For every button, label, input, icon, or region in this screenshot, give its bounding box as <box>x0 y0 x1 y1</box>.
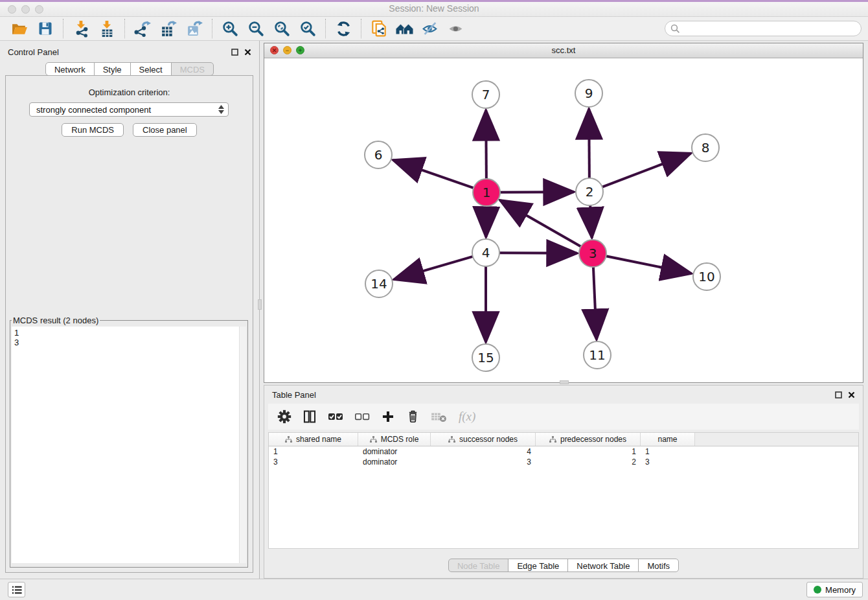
column-header-successor-nodes[interactable]: successor nodes <box>431 433 536 446</box>
table-cell[interactable]: dominator <box>358 457 431 467</box>
table-cell[interactable]: dominator <box>358 447 431 456</box>
network-minimize-icon[interactable]: − <box>283 46 291 54</box>
save-session-button[interactable] <box>32 18 58 39</box>
graph-edge-3-11[interactable] <box>593 267 597 340</box>
close-window-icon[interactable] <box>8 5 16 14</box>
graph-node-14[interactable]: 14 <box>365 270 393 297</box>
table-cell[interactable]: 1 <box>269 447 358 456</box>
table-cell[interactable]: 3 <box>641 457 695 467</box>
graph-node-8[interactable]: 8 <box>692 134 719 161</box>
network-window-titlebar[interactable]: ✕ − + scc.txt <box>264 43 863 58</box>
graph-edge-2-9[interactable] <box>589 109 589 178</box>
search-input[interactable] <box>665 21 862 36</box>
memory-button[interactable]: Memory <box>806 582 863 597</box>
close-table-panel-icon[interactable] <box>848 391 855 398</box>
column-header-predecessor-nodes[interactable]: predecessor nodes <box>536 433 641 446</box>
table-cell[interactable]: 4 <box>431 447 536 456</box>
tab-edge-table[interactable]: Edge Table <box>508 559 568 572</box>
memory-status-icon <box>814 586 821 594</box>
duplicate-network-button[interactable] <box>366 18 392 39</box>
mcds-result-text[interactable]: 1 3 <box>12 327 240 563</box>
graph-node-7[interactable]: 7 <box>472 81 499 108</box>
table-cell[interactable]: 1 <box>536 447 641 456</box>
import-table-button[interactable] <box>94 18 120 39</box>
export-network-button[interactable] <box>130 18 155 39</box>
column-header-shared-name[interactable]: shared name <box>269 433 358 446</box>
close-panel-icon[interactable] <box>244 49 251 56</box>
graph-edge-1-4[interactable] <box>486 206 486 237</box>
zoom-selected-button[interactable] <box>295 18 321 39</box>
window-traffic-lights[interactable] <box>8 5 43 14</box>
hide-details-button[interactable] <box>418 18 444 39</box>
result-scrollbar[interactable] <box>239 327 246 563</box>
graph-edge-4-14[interactable] <box>394 257 473 279</box>
add-column-button[interactable] <box>381 410 395 424</box>
export-image-button[interactable] <box>181 18 207 39</box>
graph-node-1[interactable]: 1 <box>473 179 500 206</box>
float-table-panel-icon[interactable] <box>835 391 842 398</box>
unselect-all-columns-button[interactable] <box>354 411 370 422</box>
tab-motifs[interactable]: Motifs <box>638 559 679 572</box>
open-session-button[interactable] <box>6 18 32 39</box>
tab-style[interactable]: Style <box>94 62 131 76</box>
criterion-dropdown[interactable]: strongly connected component <box>29 102 229 117</box>
float-panel-icon[interactable] <box>231 49 238 56</box>
column-header-MCDS-role[interactable]: MCDS role <box>358 433 431 446</box>
graph-node-10[interactable]: 10 <box>693 263 720 290</box>
network-graph-canvas[interactable]: 7968124314101511 <box>264 58 863 382</box>
graph-edge-3-1[interactable] <box>500 200 581 247</box>
tab-mcds[interactable]: MCDS <box>171 62 214 76</box>
vertical-splitter-handle[interactable] <box>258 299 262 310</box>
table-settings-button[interactable] <box>277 410 291 424</box>
home-layout-button[interactable] <box>392 18 418 39</box>
graph-edge-4-3[interactable] <box>499 253 577 253</box>
export-table-button[interactable] <box>155 18 181 39</box>
run-mcds-button[interactable]: Run MCDS <box>62 123 124 137</box>
horizontal-splitter-handle[interactable] <box>560 380 569 384</box>
select-all-columns-button[interactable] <box>328 411 343 422</box>
network-maximize-icon[interactable]: + <box>296 46 304 54</box>
zoom-in-button[interactable] <box>217 18 243 39</box>
zoom-fit-button[interactable] <box>269 18 295 39</box>
graph-node-3[interactable]: 3 <box>579 240 606 267</box>
zoom-out-button[interactable] <box>243 18 269 39</box>
tab-select[interactable]: Select <box>130 62 172 76</box>
table-cell[interactable]: 3 <box>431 457 536 467</box>
delete-table-button[interactable] <box>431 410 448 423</box>
delete-column-button[interactable] <box>406 410 420 424</box>
column-header-name[interactable]: name <box>641 433 695 446</box>
graph-node-4[interactable]: 4 <box>472 239 499 266</box>
function-builder-button[interactable]: f(x) <box>459 410 475 424</box>
graph-node-11[interactable]: 11 <box>584 341 611 369</box>
table-row[interactable]: 1dominator411 <box>269 446 858 457</box>
task-history-button[interactable] <box>8 582 25 597</box>
table-panel: Table Panel <box>264 385 863 579</box>
maximize-window-icon[interactable] <box>35 5 43 14</box>
table-cell[interactable]: 2 <box>536 457 641 467</box>
show-columns-button[interactable] <box>303 410 317 424</box>
tab-network-table[interactable]: Network Table <box>567 559 639 572</box>
graph-node-15[interactable]: 15 <box>472 344 499 371</box>
graph-edge-2-3[interactable] <box>590 205 592 238</box>
graph-edge-1-2[interactable] <box>500 192 574 192</box>
close-panel-button[interactable]: Close panel <box>133 123 197 137</box>
refresh-styles-button[interactable] <box>330 18 356 39</box>
graph-edge-1-7[interactable] <box>486 110 486 179</box>
graph-edge-3-10[interactable] <box>606 256 692 273</box>
tab-network[interactable]: Network <box>45 62 95 76</box>
graph-node-6[interactable]: 6 <box>365 141 392 168</box>
show-details-button[interactable] <box>444 18 470 39</box>
graph-edge-2-8[interactable] <box>602 154 691 187</box>
minimize-window-icon[interactable] <box>21 5 30 14</box>
graph-edge-1-6[interactable] <box>393 160 474 188</box>
graph-node-9[interactable]: 9 <box>575 80 602 107</box>
import-network-button[interactable] <box>68 18 94 39</box>
table-row[interactable]: 3dominator323 <box>269 457 858 467</box>
graph-node-2[interactable]: 2 <box>576 178 603 205</box>
network-close-icon[interactable]: ✕ <box>270 46 279 54</box>
table-cell[interactable]: 3 <box>269 457 358 467</box>
svg-text:9: 9 <box>585 86 593 101</box>
table-cell[interactable]: 1 <box>641 447 695 456</box>
tab-node-table[interactable]: Node Table <box>448 559 509 572</box>
node-table[interactable]: shared nameMCDS rolesuccessor nodesprede… <box>268 432 859 549</box>
